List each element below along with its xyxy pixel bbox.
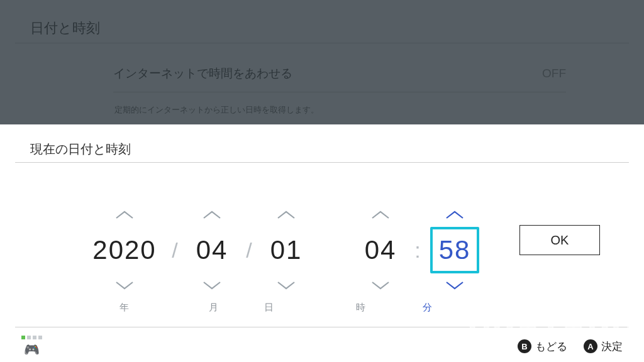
confirm-hint: A 決定	[584, 339, 623, 354]
date-separator: /	[242, 238, 257, 263]
divider	[113, 92, 566, 92]
divider	[15, 162, 629, 163]
month-value: 04	[192, 227, 231, 273]
time-separator: :	[410, 238, 425, 263]
internet-time-value: OFF	[542, 67, 566, 80]
day-value: 01	[267, 227, 306, 273]
ok-label: OK	[551, 233, 569, 248]
dialog-title: 現在の日付と時刻	[30, 141, 131, 158]
divider	[15, 43, 629, 43]
page-title: 日付と時刻	[30, 19, 100, 38]
chevron-up-icon[interactable]	[444, 209, 465, 221]
divider	[15, 327, 629, 327]
chevron-down-icon[interactable]	[114, 280, 135, 291]
chevron-up-icon[interactable]	[370, 209, 391, 221]
b-button-icon: B	[518, 339, 531, 353]
year-label: 年	[119, 302, 129, 314]
hour-value: 04	[361, 227, 400, 273]
confirm-label: 決定	[601, 339, 623, 354]
chevron-up-icon[interactable]	[275, 209, 297, 221]
year-value: 2020	[92, 227, 156, 273]
hour-label: 時	[356, 302, 365, 314]
datetime-picker: 2020 / 04 / 01 04 :	[82, 184, 572, 316]
chevron-down-icon[interactable]	[444, 280, 465, 291]
controller-status-icon: 🎮	[21, 336, 42, 357]
chevron-down-icon[interactable]	[370, 280, 391, 291]
month-column[interactable]: 04	[187, 209, 236, 291]
controller-icon: 🎮	[24, 342, 40, 357]
internet-time-description: 定期的にインターネットから正しい日時を取得します。	[114, 104, 319, 116]
day-column[interactable]: 01	[262, 209, 311, 291]
minute-column[interactable]: 58	[430, 209, 479, 291]
back-hint: B もどる	[518, 339, 567, 354]
chevron-up-icon[interactable]	[114, 209, 135, 221]
internet-time-label: インターネットで時間をあわせる	[113, 65, 292, 82]
day-label: 日	[264, 302, 274, 314]
hour-column[interactable]: 04	[356, 209, 405, 291]
chevron-up-icon[interactable]	[201, 209, 223, 221]
settings-background: 日付と時刻 インターネットで時間をあわせる OFF 定期的にインターネットから正…	[0, 0, 644, 124]
chevron-down-icon[interactable]	[275, 280, 297, 291]
minute-label: 分	[423, 302, 432, 314]
internet-time-row[interactable]: インターネットで時間をあわせる OFF	[113, 65, 566, 82]
date-separator: /	[167, 238, 182, 263]
minute-value: 58	[430, 227, 479, 273]
month-label: 月	[209, 302, 218, 314]
ok-button[interactable]: OK	[519, 225, 600, 255]
year-column[interactable]: 2020	[87, 209, 162, 291]
back-label: もどる	[535, 339, 567, 354]
datetime-dialog: 現在の日付と時刻 2020 / 04 / 01	[0, 124, 644, 362]
footer-bar: 🎮 B もどる A 決定	[0, 331, 644, 362]
chevron-down-icon[interactable]	[201, 280, 223, 291]
a-button-icon: A	[584, 339, 597, 353]
